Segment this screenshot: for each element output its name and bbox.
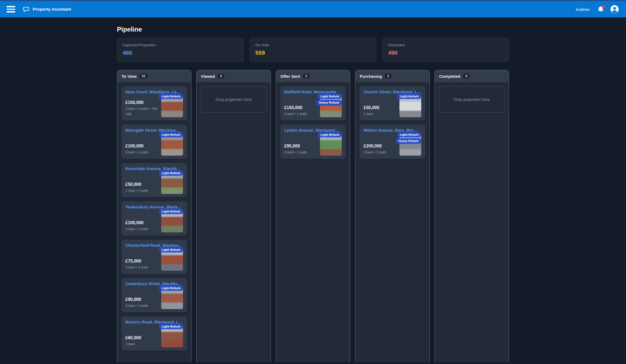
property-specs: 3 bed • 1 bath [364,150,386,155]
column-header: To View51 [117,70,191,82]
kanban-column-completed: Completed0Drop properties here [435,70,509,362]
refurb-badges: Light RefurbHeavy Refurb [396,132,421,144]
property-info: £100,0003 bed • 1 bath [126,144,148,156]
property-card-row: £50,0001 bed • 1 bathLight Refurb [126,172,183,194]
property-photo-wrap: Light Refurb [161,134,183,156]
column-header: Viewed0 [197,70,271,82]
column-body: Drop properties here [435,82,509,362]
property-card-row: £75,0003 bed • 3 bathLight Refurb [126,249,183,271]
user-avatar-button[interactable] [610,5,619,14]
column-header: Offer Sent2 [276,70,350,82]
column-header: Completed0 [435,70,509,82]
app-title: Property Assistant [33,7,71,12]
refurb-badges: Light Refurb [318,132,342,137]
property-specs: 3 bed • 1 bath [126,150,148,155]
property-price: £60,000 [126,335,141,340]
property-card[interactable]: Walton Avenue, Bare, Mor...£200,0003 bed… [359,125,425,159]
property-price: £100,000 [126,144,148,149]
property-card-row: £60,0003 bedLight Refurb [126,326,183,347]
property-specs: 3 bed • 1 bath [284,112,307,117]
menu-button[interactable] [6,5,16,14]
refurb-badges: Light Refurb [397,94,421,99]
kanban-column-purchasing: Purchasing2Church Street, Blackpool, L..… [355,70,430,362]
property-specs: 2 bed [364,112,379,117]
pipeline-page: Pipeline Captured Properties465On Hold55… [117,17,509,362]
property-card[interactable]: Moorgate Street, Blackbur...£100,0003 be… [121,125,187,159]
property-card[interactable]: Ennerdale Avenue, Blackb...£50,0001 bed … [121,163,187,197]
property-card-row: £200,0003 bed • 1 bathLight RefurbHeavy … [364,134,421,156]
refurb-badges: Light Refurb [159,132,183,137]
property-specs: 1 bed • 1 bath [126,188,148,193]
property-price: £90,000 [126,297,148,302]
empty-drop-zone[interactable]: Drop properties here [439,86,505,113]
property-card[interactable]: Chesterfield Road, Blackpo...£75,0003 be… [121,240,187,274]
column-body: Drop properties here [197,82,271,362]
kanban-column-offer-sent: Offer Sent2Bellfield Road, Morecambe£150… [276,70,350,362]
stat-value: 490 [388,50,503,56]
refurb-badges: Light Refurb [159,94,183,99]
column-count-badge: 2 [385,74,392,79]
property-card-row: £100,0003 bed • 1 bathLight Refurb [126,134,183,156]
property-card-row: £100,0003 bed • 1 bathLight Refurb [126,211,183,232]
column-count-badge: 0 [218,74,225,79]
property-info: £50,0002 bed [364,105,379,117]
light-refurb-badge: Light Refurb [159,94,183,99]
stat-label: Captured Properties [123,43,238,47]
column-title: Offer Sent [280,74,300,79]
property-price: £100,000 [126,220,148,225]
property-photo-wrap: Light Refurb [161,172,183,194]
property-card-row: £90,0003 bed • 1 bathLight Refurb [126,287,183,309]
property-specs: 3 bed [126,342,141,347]
property-price: £150,000 [126,100,159,105]
property-card-row: £150,0003 bed • 1 bathLight RefurbHeavy … [284,95,342,117]
refurb-badges: Light Refurb [159,285,183,291]
heavy-refurb-badge: Heavy Refurb [396,138,421,144]
refurb-badges: Light Refurb [159,247,183,252]
stat-value: 559 [255,50,371,56]
property-photo-wrap: Light Refurb [161,95,183,117]
kanban-column-to-view: To View51Heys Court, Blackburn, La...£15… [117,70,192,362]
empty-drop-zone[interactable]: Drop properties here [201,86,267,113]
kanban-column-viewed: Viewed0Drop properties here [196,70,271,362]
column-count-badge: 2 [303,74,310,79]
light-refurb-badge: Light Refurb [397,132,421,137]
property-info: £95,0003 bed • 1 bath [284,144,307,156]
property-info: £60,0003 bed [126,335,141,347]
property-card[interactable]: Tewkesbury Avenue, Black...£100,0003 bed… [121,201,187,236]
property-photo-wrap: Light RefurbHeavy Refurb [320,95,342,117]
property-card[interactable]: Bellfield Road, Morecambe£150,0003 bed •… [280,86,346,121]
property-card[interactable]: Rectory Road, Blackpool, L...£60,0003 be… [121,316,187,351]
notification-alert-dot [602,5,605,8]
light-refurb-badge: Light Refurb [318,132,342,137]
column-count-badge: 0 [463,74,470,79]
light-refurb-badge: Light Refurb [159,247,183,252]
property-photo-wrap: Light Refurb [320,134,342,156]
light-refurb-badge: Light Refurb [159,324,183,329]
refurb-badges: Light RefurbHeavy Refurb [316,94,342,106]
light-refurb-badge: Light Refurb [397,94,421,99]
property-card[interactable]: Heys Court, Blackburn, La...£150,0003 be… [121,86,187,121]
column-title: To View [122,74,137,79]
property-photo-wrap: Light RefurbHeavy Refurb [399,134,421,156]
heavy-refurb-badge: Heavy Refurb [316,100,342,105]
notification-bell-button[interactable] [597,6,604,13]
light-refurb-badge: Light Refurb [159,132,183,137]
stat-label: On Hold [255,43,371,47]
property-price: £50,000 [126,182,148,187]
column-title: Purchasing [360,74,382,79]
property-specs: 3 bed • 1 bath [284,150,307,155]
property-price: £95,000 [284,144,307,149]
stat-card-captured-properties: Captured Properties465 [117,38,244,62]
refurb-badges: Light Refurb [159,170,183,176]
property-photo-wrap: Light Refurb [161,211,183,232]
property-card[interactable]: Lynton Avenue, Blackpool,...£95,0003 bed… [280,125,346,159]
column-title: Viewed [201,74,215,79]
property-card[interactable]: Canterbury Street, Blackbu...£90,0003 be… [121,278,187,312]
light-refurb-badge: Light Refurb [159,285,183,291]
property-card[interactable]: Church Street, Blackpool, L...£50,0002 b… [359,86,425,121]
column-body: Bellfield Road, Morecambe£150,0003 bed •… [276,82,350,362]
property-photo-wrap: Light Refurb [161,287,183,309]
property-info: £150,0003 bed • 1 bath • 764 sqft [126,100,159,117]
property-info: £150,0003 bed • 1 bath [284,105,307,117]
light-refurb-badge: Light Refurb [159,209,183,214]
